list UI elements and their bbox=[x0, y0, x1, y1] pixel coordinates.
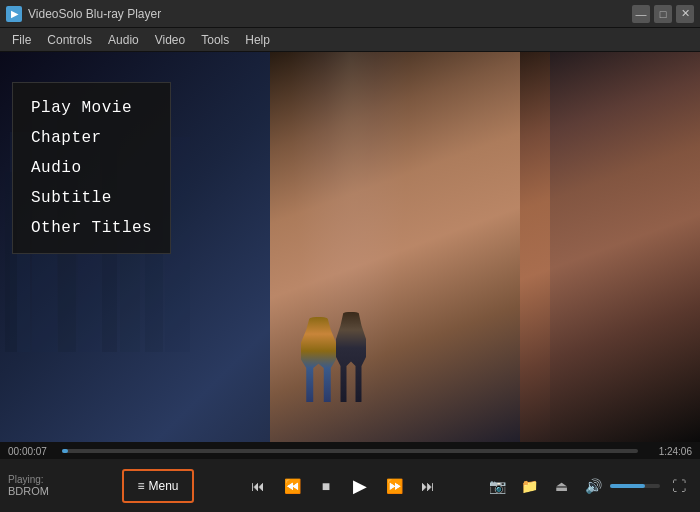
prev-chapter-button[interactable]: ⏮ bbox=[243, 471, 273, 501]
context-item-chapter[interactable]: Chapter bbox=[13, 123, 170, 153]
time-total: 1:24:06 bbox=[644, 446, 692, 457]
menu-item-file[interactable]: File bbox=[4, 31, 39, 49]
next-chapter-button[interactable]: ⏭ bbox=[413, 471, 443, 501]
volume-button[interactable]: 🔊 bbox=[580, 473, 606, 499]
volume-control: 🔊 bbox=[580, 473, 660, 499]
play-button[interactable]: ▶ bbox=[345, 471, 375, 501]
rewind-button[interactable]: ⏪ bbox=[277, 471, 307, 501]
progress-bar-container: 00:00:07 1:24:06 bbox=[0, 443, 700, 459]
video-area: Play MovieChapterAudioSubtitleOther Titl… bbox=[0, 52, 700, 442]
progress-track[interactable] bbox=[62, 449, 638, 453]
context-item-play-movie[interactable]: Play Movie bbox=[13, 93, 170, 123]
eject-button[interactable]: ⏏ bbox=[548, 473, 574, 499]
fullscreen-button[interactable]: ⛶ bbox=[666, 473, 692, 499]
menubar: FileControlsAudioVideoToolsHelp bbox=[0, 28, 700, 52]
menu-icon: ≡ bbox=[137, 479, 144, 493]
snapshot-button[interactable]: 📷 bbox=[484, 473, 510, 499]
progress-fill bbox=[62, 449, 68, 453]
window-controls: — □ ✕ bbox=[632, 5, 694, 23]
playing-source: BDROM bbox=[8, 485, 118, 497]
context-item-other-titles[interactable]: Other Titles bbox=[13, 213, 170, 243]
menu-item-tools[interactable]: Tools bbox=[193, 31, 237, 49]
menu-item-video[interactable]: Video bbox=[147, 31, 193, 49]
menu-item-controls[interactable]: Controls bbox=[39, 31, 100, 49]
menu-button[interactable]: ≡ Menu bbox=[122, 469, 194, 503]
controls-row: Playing: BDROM ≡ Menu ⏮ ⏪ ■ ▶ ⏩ ⏭ 📷 📁 ⏏ … bbox=[0, 459, 700, 512]
playback-controls: ⏮ ⏪ ■ ▶ ⏩ ⏭ bbox=[206, 471, 480, 501]
volume-fill bbox=[610, 484, 645, 488]
stop-button[interactable]: ■ bbox=[311, 471, 341, 501]
playing-info: Playing: BDROM bbox=[8, 474, 118, 497]
context-item-audio[interactable]: Audio bbox=[13, 153, 170, 183]
playing-label: Playing: bbox=[8, 474, 118, 485]
time-current: 00:00:07 bbox=[8, 446, 56, 457]
titlebar: ▶ VideoSolo Blu-ray Player — □ ✕ bbox=[0, 0, 700, 28]
context-menu: Play MovieChapterAudioSubtitleOther Titl… bbox=[12, 82, 171, 254]
menu-item-help[interactable]: Help bbox=[237, 31, 278, 49]
close-button[interactable]: ✕ bbox=[676, 5, 694, 23]
folder-button[interactable]: 📁 bbox=[516, 473, 542, 499]
character-male-face bbox=[520, 52, 700, 442]
fast-forward-button[interactable]: ⏩ bbox=[379, 471, 409, 501]
controls-bar: 00:00:07 1:24:06 Playing: BDROM ≡ Menu ⏮… bbox=[0, 442, 700, 512]
right-controls: 📷 📁 ⏏ 🔊 ⛶ bbox=[484, 473, 692, 499]
menu-label: Menu bbox=[148, 479, 178, 493]
maximize-button[interactable]: □ bbox=[654, 5, 672, 23]
minimize-button[interactable]: — bbox=[632, 5, 650, 23]
menu-item-audio[interactable]: Audio bbox=[100, 31, 147, 49]
context-item-subtitle[interactable]: Subtitle bbox=[13, 183, 170, 213]
app-title: VideoSolo Blu-ray Player bbox=[28, 7, 632, 21]
app-icon: ▶ bbox=[6, 6, 22, 22]
volume-track[interactable] bbox=[610, 484, 660, 488]
